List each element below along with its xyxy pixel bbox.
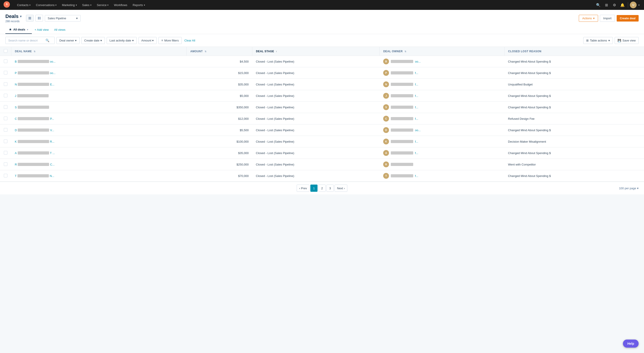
nav-reports[interactable]: Reports ▾ — [130, 0, 148, 10]
nav-conversations[interactable]: Conversations ▾ — [33, 0, 59, 10]
redacted-owner — [391, 106, 413, 109]
settings-icon[interactable]: ⚙ — [611, 1, 618, 9]
deal-stage-cell: Closed - Lost (Sales Pipeline) — [252, 102, 380, 113]
search-box[interactable]: 🔍 — [6, 37, 55, 44]
amount-header[interactable]: Amount ⇅ — [187, 47, 252, 56]
deal-name-link[interactable]: J — [15, 94, 16, 98]
deal-name-suffix-link[interactable]: E... — [50, 83, 54, 86]
deal-stage-header[interactable]: Deal Stage ↑ — [252, 47, 380, 56]
closed-lost-reason-cell: Changed Mind About Spending $ — [504, 125, 644, 136]
owner-more-link[interactable]: oo... — [415, 60, 420, 63]
deals-dropdown-icon[interactable]: ▾ — [20, 15, 22, 18]
deal-name-link[interactable]: A — [15, 151, 17, 155]
owner-avatar: N — [383, 81, 389, 87]
row-checkbox[interactable] — [4, 140, 8, 143]
amount-cell: $35,000 — [187, 79, 252, 90]
deal-name-header[interactable]: Deal Name ⇅ — [11, 47, 187, 56]
add-view-button[interactable]: + Add view — [32, 26, 51, 34]
per-page-select[interactable]: 100 per page ▾ — [619, 187, 638, 190]
nav-sales[interactable]: Sales ▾ — [80, 0, 94, 10]
deal-name-link[interactable]: T — [15, 174, 16, 178]
row-checkbox[interactable] — [4, 174, 8, 177]
row-checkbox[interactable] — [4, 105, 8, 109]
owner-avatar: P — [383, 70, 389, 76]
deal-name-link[interactable]: S — [15, 106, 17, 109]
clear-all-button[interactable]: Clear All — [184, 37, 196, 44]
last-activity-filter[interactable]: Last activity date ▾ — [107, 37, 137, 44]
prev-page-button[interactable]: ‹ Prev — [297, 185, 310, 192]
row-checkbox[interactable] — [4, 71, 8, 75]
redacted-owner — [391, 71, 413, 75]
deal-name-suffix-link[interactable]: C... — [50, 163, 54, 166]
deal-owner-filter[interactable]: Deal owner ▾ — [56, 37, 80, 44]
prev-icon: ‹ — [299, 187, 300, 190]
owner-more-link[interactable]: f... — [415, 71, 418, 75]
row-checkbox[interactable] — [4, 60, 8, 63]
nav-service[interactable]: Service ▾ — [94, 0, 111, 10]
owner-more-link[interactable]: f... — [415, 94, 418, 98]
owner-more-link[interactable]: oo... — [415, 129, 420, 132]
search-icon: 🔍 — [46, 39, 49, 42]
row-checkbox[interactable] — [4, 128, 8, 132]
page-3-button[interactable]: 3 — [326, 185, 334, 192]
avatar[interactable]: U — [630, 2, 636, 8]
page-1-button[interactable]: 1 — [310, 185, 318, 192]
deal-name-suffix-link[interactable]: oo... — [50, 60, 56, 63]
row-checkbox[interactable] — [4, 151, 8, 155]
create-date-filter[interactable]: Create date ▾ — [81, 37, 105, 44]
redacted-name — [18, 129, 49, 132]
amount-filter[interactable]: Amount ▾ — [138, 37, 157, 44]
save-view-button[interactable]: 💾 Save view — [615, 37, 638, 44]
row-checkbox[interactable] — [4, 82, 8, 86]
deal-name-link[interactable]: C — [15, 117, 17, 120]
search-input[interactable] — [8, 39, 44, 42]
deal-name-link[interactable]: R — [15, 163, 17, 166]
next-page-button[interactable]: Next › — [334, 185, 347, 192]
actions-button[interactable]: Actions ▾ — [579, 15, 598, 22]
board-view-button[interactable] — [36, 15, 43, 22]
deal-name-link[interactable]: K — [15, 140, 17, 143]
deal-owner-header[interactable]: Deal Owner ⇅ — [380, 47, 504, 56]
deal-name-suffix-link[interactable]: T ... — [50, 151, 55, 155]
deal-name-link[interactable]: D — [15, 129, 17, 132]
page-2-button[interactable]: 2 — [318, 185, 326, 192]
owner-more-link[interactable]: f... — [415, 117, 418, 120]
marketplace-icon[interactable]: ⊞ — [603, 1, 610, 9]
account-chevron[interactable]: ▾ — [638, 0, 640, 10]
deal-name-link[interactable]: P — [15, 71, 17, 75]
nav-marketing[interactable]: Marketing ▾ — [59, 0, 79, 10]
redacted-name — [18, 140, 49, 143]
owner-more-link[interactable]: f... — [415, 151, 418, 155]
owner-more-link[interactable]: f... — [415, 140, 418, 143]
notifications-icon[interactable]: 🔔 — [619, 1, 626, 9]
header-actions: Actions ▾ Import Create deal — [579, 15, 638, 22]
all-views-button[interactable]: All views — [51, 26, 68, 34]
tab-all-deals[interactable]: ★ All deals ▾ — [6, 26, 32, 34]
owner-more-link[interactable]: f... — [415, 174, 418, 178]
closed-lost-reason-cell: Changed Mind About Spending $ — [504, 56, 644, 67]
deal-name-suffix-link[interactable]: V... — [50, 129, 54, 132]
select-all-checkbox[interactable] — [4, 49, 8, 53]
row-checkbox[interactable] — [4, 162, 8, 166]
list-view-button[interactable] — [26, 15, 34, 22]
search-icon[interactable]: 🔍 — [595, 1, 602, 9]
deal-name-suffix-link[interactable]: P... — [50, 117, 54, 120]
deal-name-suffix-link[interactable]: R... — [50, 140, 54, 143]
owner-more-link[interactable]: f... — [415, 83, 418, 86]
row-checkbox[interactable] — [4, 94, 8, 97]
row-checkbox[interactable] — [4, 117, 8, 120]
import-button[interactable]: Import — [600, 15, 615, 22]
nav-contacts[interactable]: Contacts ▾ — [14, 0, 33, 10]
more-filters-button[interactable]: ≡ More filters — [158, 37, 182, 44]
select-all-header[interactable] — [0, 47, 11, 56]
deal-name-suffix-link[interactable]: oo... — [50, 71, 56, 75]
table-actions-button[interactable]: ⊞ Table actions ▾ — [583, 37, 613, 44]
deal-name-link[interactable]: N — [15, 83, 17, 86]
owner-more-link[interactable]: f... — [415, 106, 418, 109]
create-deal-button[interactable]: Create deal — [617, 15, 638, 22]
hubspot-logo[interactable] — [4, 1, 11, 9]
deal-name-link[interactable]: B — [15, 60, 17, 63]
pipeline-select[interactable]: Sales Pipeline ▾ — [45, 15, 81, 22]
nav-workflows[interactable]: Workflows — [111, 0, 130, 10]
deal-name-suffix-link[interactable]: N... — [50, 174, 54, 178]
